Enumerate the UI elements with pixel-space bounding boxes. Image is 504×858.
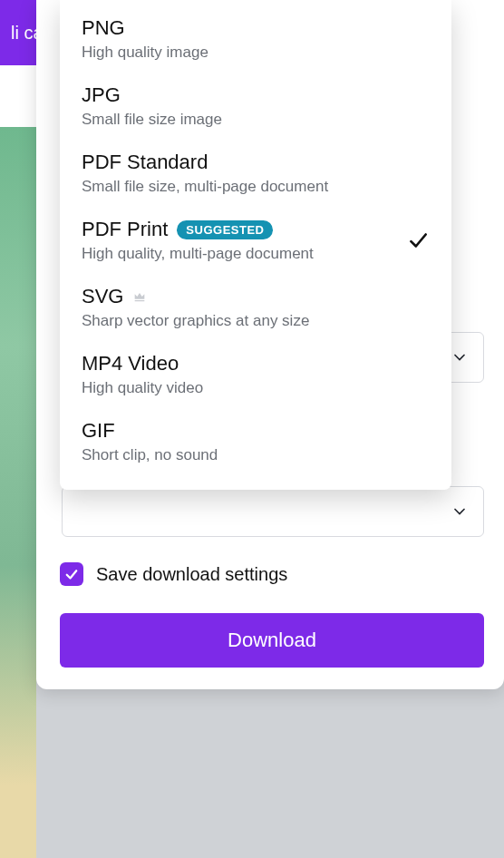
download-button-label: Download (228, 629, 316, 652)
option-select-2[interactable] (62, 486, 484, 537)
chevron-down-icon (451, 348, 469, 366)
save-settings-label: Save download settings (96, 564, 287, 585)
file-type-option[interactable]: JPGSmall file size image (60, 74, 451, 141)
file-type-name: PDF Print (82, 218, 168, 241)
file-type-option[interactable]: SVGSharp vector graphics at any size (60, 276, 451, 343)
check-icon (406, 229, 430, 252)
save-settings-row[interactable]: Save download settings (60, 562, 484, 586)
file-type-dropdown: PNGHigh quality imageJPGSmall file size … (60, 0, 451, 490)
canvas-preview (0, 127, 36, 858)
file-type-name: SVG (82, 285, 123, 308)
file-type-option[interactable]: GIFShort clip, no sound (60, 410, 451, 477)
file-type-desc: High quality image (82, 44, 208, 62)
download-button[interactable]: Download (60, 613, 484, 668)
file-type-option[interactable]: PDF PrintSUGGESTEDHigh quality, multi-pa… (60, 209, 451, 276)
file-type-name: JPG (82, 83, 121, 107)
check-icon (63, 566, 80, 582)
file-type-name: MP4 Video (82, 352, 179, 375)
chevron-down-icon (451, 502, 469, 521)
save-settings-checkbox[interactable] (60, 562, 83, 586)
file-type-desc: Small file size, multi-page document (82, 178, 328, 196)
file-type-option[interactable]: PDF StandardSmall file size, multi-page … (60, 141, 451, 209)
file-type-desc: Small file size image (82, 111, 222, 129)
suggested-badge: SUGGESTED (177, 220, 273, 239)
file-type-desc: High quality, multi-page document (82, 245, 314, 263)
file-type-desc: Sharp vector graphics at any size (82, 312, 309, 330)
file-type-name: PDF Standard (82, 151, 208, 174)
crown-icon (132, 289, 147, 304)
file-type-desc: High quality video (82, 379, 203, 397)
file-type-desc: Short clip, no sound (82, 446, 218, 464)
file-type-option[interactable]: PNGHigh quality image (60, 7, 451, 74)
file-type-name: GIF (82, 419, 115, 443)
file-type-name: PNG (82, 16, 125, 40)
file-type-option[interactable]: MP4 VideoHigh quality video (60, 343, 451, 410)
